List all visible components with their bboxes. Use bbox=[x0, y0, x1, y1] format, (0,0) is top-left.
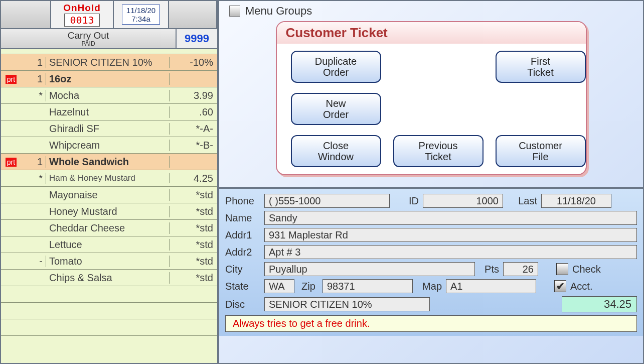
order-code[interactable]: 9999 bbox=[177, 29, 217, 48]
menu-groups-header: Menu Groups bbox=[219, 1, 643, 21]
prt-flag: prt bbox=[6, 158, 17, 167]
customer-note[interactable]: Always tries to get a free drink. bbox=[225, 315, 637, 332]
order-line[interactable]: Whipcream*-B- bbox=[1, 137, 217, 154]
amount-field: 34.25 bbox=[562, 296, 637, 312]
name-field[interactable]: Sandy bbox=[264, 211, 637, 225]
ticket-datetime: 11/18/20 7:34a bbox=[114, 1, 169, 28]
header-button-left[interactable] bbox=[1, 1, 51, 28]
first-ticket-button[interactable]: FirstTicket bbox=[496, 51, 586, 83]
ticket-status: OnHold 0013 bbox=[51, 1, 114, 28]
customer-ticket-panel: Customer Ticket DuplicateOrder FirstTick… bbox=[276, 21, 587, 175]
prt-flag: prt bbox=[6, 75, 17, 84]
order-line[interactable]: *Ham & Honey Mustard4.25 bbox=[1, 170, 217, 187]
order-line[interactable]: -Tomato*std bbox=[1, 253, 217, 270]
order-line[interactable]: Mayonaise*std bbox=[1, 187, 217, 203]
order-line[interactable] bbox=[1, 303, 217, 319]
phone-field[interactable]: ( )555-1000 bbox=[264, 194, 390, 208]
order-panel: OnHold 0013 11/18/20 7:34a Carry Out PAI… bbox=[1, 1, 219, 363]
previous-ticket-button[interactable]: PreviousTicket bbox=[393, 135, 484, 167]
close-window-button[interactable]: CloseWindow bbox=[291, 135, 381, 167]
order-line[interactable]: *Mocha3.99 bbox=[1, 87, 217, 104]
order-line[interactable]: prt1Whole Sandwich bbox=[1, 154, 217, 170]
check-checkbox[interactable] bbox=[556, 263, 568, 275]
id-field[interactable]: 1000 bbox=[423, 194, 503, 208]
order-type[interactable]: Carry Out PAID bbox=[1, 29, 177, 48]
order-line[interactable]: Cheddar Cheese*std bbox=[1, 220, 217, 236]
panel-title: Customer Ticket bbox=[277, 22, 586, 44]
order-lines: 1SENIOR CITIZEN 10%-10%prt116oz*Mocha3.9… bbox=[1, 54, 217, 363]
disc-field[interactable]: SENIOR CITIZEN 10% bbox=[264, 297, 430, 311]
zip-field[interactable]: 98371 bbox=[323, 279, 413, 293]
customer-info: Phone ( )555-1000 ID 1000 Last 11/18/20 … bbox=[219, 187, 643, 336]
order-line[interactable]: Ghiradli SF*-A- bbox=[1, 120, 217, 137]
city-field[interactable]: Puyallup bbox=[264, 262, 475, 276]
map-field[interactable]: A1 bbox=[446, 279, 536, 293]
order-line[interactable] bbox=[1, 319, 217, 336]
addr2-field[interactable]: Apt # 3 bbox=[264, 245, 637, 259]
new-order-button[interactable]: NewOrder bbox=[291, 93, 381, 125]
order-line[interactable]: Lettuce*std bbox=[1, 236, 217, 253]
last-field[interactable]: 11/18/20 bbox=[541, 194, 611, 208]
customer-file-button[interactable]: CustomerFile bbox=[496, 135, 586, 167]
pts-field[interactable]: 26 bbox=[503, 262, 538, 276]
menu-groups-icon[interactable] bbox=[229, 6, 240, 17]
order-line[interactable]: 1SENIOR CITIZEN 10%-10% bbox=[1, 54, 217, 71]
order-line[interactable]: Honey Mustard*std bbox=[1, 203, 217, 220]
duplicate-order-button[interactable]: DuplicateOrder bbox=[291, 51, 381, 83]
order-line[interactable]: Hazelnut.60 bbox=[1, 104, 217, 120]
state-field[interactable]: WA bbox=[264, 279, 294, 293]
header-button-right[interactable] bbox=[169, 1, 217, 28]
order-line[interactable] bbox=[1, 286, 217, 303]
order-line[interactable]: prt116oz bbox=[1, 71, 217, 87]
order-line[interactable]: Chips & Salsa*std bbox=[1, 270, 217, 286]
acct-checkbox[interactable]: ✔ bbox=[554, 280, 566, 292]
addr1-field[interactable]: 931 Maplestar Rd bbox=[264, 228, 637, 242]
